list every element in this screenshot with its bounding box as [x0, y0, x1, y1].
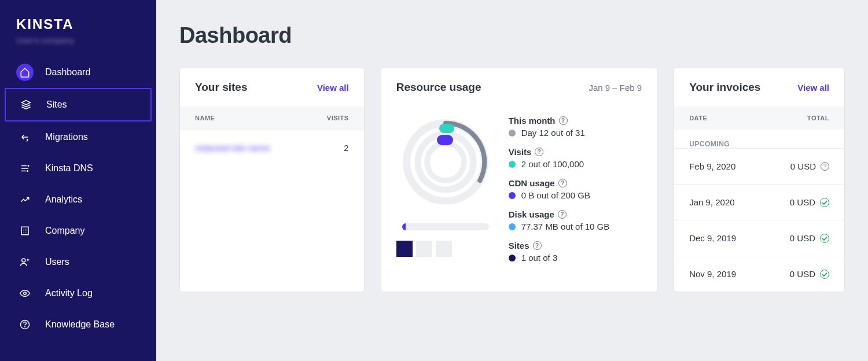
nav-label: Knowledge Base	[45, 319, 115, 330]
sidebar: KINSTA User's company Dashboard Sites Mi…	[0, 0, 156, 361]
sidebar-item-company[interactable]: Company	[5, 215, 152, 246]
nav-label: Migrations	[45, 132, 88, 142]
usage-chart	[396, 116, 495, 263]
metric-month: This month? Day 12 out of 31	[509, 116, 642, 138]
help-icon[interactable]: ?	[821, 162, 829, 171]
metric-label: CDN usage	[509, 178, 555, 188]
metric-label: Disk usage	[509, 209, 554, 219]
invoice-date: Jan 9, 2020	[689, 197, 734, 207]
table-row[interactable]: Nov 9, 2019 0 USD	[674, 256, 844, 292]
table-row[interactable]: Dec 9, 2019 0 USD	[674, 220, 844, 256]
check-icon	[820, 198, 829, 207]
card-title: Your sites	[195, 81, 247, 94]
invoice-total: 0 USD	[790, 233, 815, 243]
nav-label: Sites	[46, 100, 67, 110]
check-icon	[820, 270, 829, 279]
nav-list: Dashboard Sites Migrations Kinsta DNS An…	[0, 57, 156, 340]
svg-rect-3	[21, 227, 28, 235]
disk-progress-bar	[402, 223, 489, 230]
metric-label: Visits	[509, 147, 532, 157]
page-title: Dashboard	[179, 23, 845, 48]
site-slot-empty	[436, 241, 452, 257]
svg-point-1	[28, 165, 29, 167]
chart-icon	[16, 191, 34, 208]
site-name: redacted-site-name	[195, 143, 270, 153]
dot-icon	[509, 192, 516, 199]
metric-value: 2 out of 100,000	[521, 159, 584, 169]
site-slot-empty	[416, 241, 432, 257]
metric-sites: Sites? 1 out of 3	[509, 241, 642, 263]
invoices-card: Your invoices View all DATE TOTAL UPCOMI…	[674, 68, 845, 292]
layers-icon	[17, 96, 35, 113]
card-title: Resource usage	[396, 81, 481, 94]
metric-value: 0 B out of 200 GB	[521, 190, 590, 200]
col-total: TOTAL	[807, 115, 829, 121]
invoice-date: Dec 9, 2019	[689, 233, 736, 243]
eye-icon	[16, 285, 34, 302]
metric-disk: Disk usage? 77.37 MB out of 10 GB	[509, 209, 642, 231]
svg-marker-0	[22, 101, 31, 105]
dot-icon	[509, 255, 516, 261]
question-icon	[16, 316, 34, 333]
view-all-link[interactable]: View all	[797, 83, 829, 93]
view-all-link[interactable]: View all	[317, 83, 349, 93]
metric-value: 77.37 MB out of 10 GB	[521, 222, 610, 231]
nav-label: Users	[45, 257, 69, 267]
sidebar-item-kb[interactable]: Knowledge Base	[5, 309, 152, 340]
col-visits: VISITS	[327, 115, 349, 121]
sidebar-item-users[interactable]: Users	[5, 246, 152, 278]
sidebar-item-analytics[interactable]: Analytics	[5, 184, 152, 215]
cards-row: Your sites View all NAME VISITS redacted…	[179, 68, 845, 292]
home-icon	[16, 64, 34, 81]
visits-blob	[439, 124, 454, 133]
building-icon	[16, 222, 34, 240]
help-icon[interactable]: ?	[558, 210, 567, 219]
invoice-date: Feb 9, 2020	[689, 161, 735, 171]
metric-label: This month	[509, 116, 556, 126]
nav-label: Analytics	[45, 194, 82, 205]
resource-card: Resource usage Jan 9 – Feb 9	[381, 68, 658, 292]
sidebar-item-activity[interactable]: Activity Log	[5, 278, 152, 309]
table-header: NAME VISITS	[180, 106, 364, 130]
site-slot-used	[396, 241, 413, 257]
svg-point-10	[427, 143, 464, 181]
check-icon	[820, 234, 829, 243]
nav-label: Activity Log	[45, 288, 93, 299]
table-row[interactable]: Jan 9, 2020 0 USD	[674, 184, 844, 220]
cdn-blob	[437, 135, 453, 145]
nav-label: Dashboard	[45, 67, 90, 78]
table-header: DATE TOTAL	[674, 106, 844, 130]
dot-icon	[509, 161, 516, 168]
nav-label: Company	[45, 226, 84, 236]
svg-point-5	[24, 292, 27, 295]
main-content: Dashboard Your sites View all NAME VISIT…	[156, 0, 868, 361]
table-row[interactable]: redacted-site-name 2	[180, 130, 364, 165]
invoice-date: Nov 9, 2019	[689, 269, 736, 279]
svg-point-7	[25, 326, 25, 327]
metric-value: Day 12 out of 31	[521, 128, 585, 138]
table-row[interactable]: Feb 9, 2020 0 USD?	[674, 148, 844, 184]
col-date: DATE	[689, 115, 707, 121]
sidebar-item-dns[interactable]: Kinsta DNS	[5, 153, 152, 184]
dns-icon	[16, 160, 34, 177]
invoice-total: 0 USD	[790, 197, 815, 207]
card-title: Your invoices	[689, 81, 760, 94]
svg-point-2	[27, 171, 28, 172]
invoice-total: 0 USD	[790, 269, 815, 279]
company-name: User's company	[0, 36, 156, 57]
migrate-icon	[16, 128, 34, 146]
metric-cdn: CDN usage? 0 B out of 200 GB	[509, 178, 642, 200]
help-icon[interactable]: ?	[535, 148, 543, 156]
svg-point-4	[22, 259, 25, 262]
upcoming-label: UPCOMING	[674, 130, 844, 148]
help-icon[interactable]: ?	[558, 179, 567, 187]
col-name: NAME	[195, 115, 215, 121]
sidebar-item-sites[interactable]: Sites	[5, 88, 152, 121]
nav-label: Kinsta DNS	[45, 163, 93, 174]
sidebar-item-migrations[interactable]: Migrations	[5, 121, 152, 153]
help-icon[interactable]: ?	[533, 241, 542, 250]
sidebar-item-dashboard[interactable]: Dashboard	[5, 57, 152, 88]
help-icon[interactable]: ?	[559, 116, 568, 125]
metric-visits: Visits? 2 out of 100,000	[509, 147, 642, 169]
dot-icon	[509, 223, 516, 230]
